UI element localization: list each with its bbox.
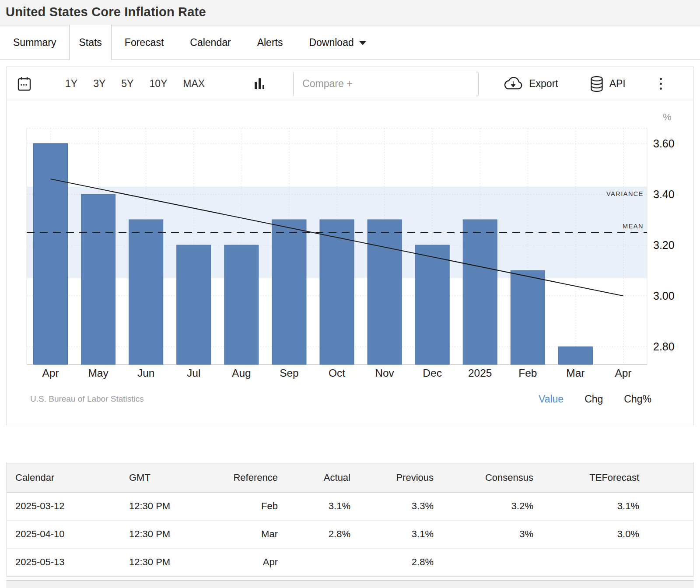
cell-teforecast: 3.1%	[542, 492, 693, 520]
x-tick-label: Nov	[375, 367, 394, 379]
core-inflation-bar-chart: VARIANCEMEAN2.803.003.203.403.60%AprMayJ…	[7, 67, 693, 425]
range-10y[interactable]: 10Y	[149, 78, 167, 90]
tab-download[interactable]: Download	[296, 25, 379, 60]
x-tick-label: Apr	[615, 367, 631, 379]
bar-sep[interactable]	[272, 220, 306, 364]
tab-calendar[interactable]: Calendar	[177, 25, 244, 60]
cell-teforecast: 3.0%	[542, 520, 693, 548]
y-tick-label: 3.40	[653, 188, 675, 200]
bar-2025[interactable]	[463, 220, 497, 364]
cloud-download-icon	[503, 77, 523, 91]
col-header-teforecast: TEForecast	[542, 463, 693, 492]
range-selector: 1Y 3Y 5Y 10Y MAX	[65, 78, 220, 90]
page-title: United States Core Inflation Rate	[0, 0, 700, 24]
calendar-table-card: Calendar GMT Reference Actual Previous C…	[6, 463, 694, 577]
api-label: API	[609, 78, 626, 90]
col-header-actual: Actual	[287, 463, 359, 492]
cell-date: 2025-05-13	[7, 548, 120, 576]
cell-actual: 3.1%	[287, 492, 359, 520]
bar-dec[interactable]	[415, 245, 449, 364]
col-header-calendar: Calendar	[7, 463, 120, 492]
kebab-icon[interactable]	[658, 76, 664, 91]
cell-actual	[287, 548, 359, 576]
x-tick-label: 2025	[468, 367, 492, 379]
x-tick-label: Jun	[137, 367, 155, 379]
chart-toolbar: 1Y 3Y 5Y 10Y MAX Export	[7, 67, 693, 101]
bar-oct[interactable]	[320, 220, 354, 364]
x-tick-label: Dec	[423, 367, 442, 379]
y-tick-label: 3.00	[653, 290, 675, 302]
y-tick-label: 3.20	[653, 239, 675, 251]
api-button[interactable]: API	[590, 76, 626, 92]
col-header-reference: Reference	[221, 463, 287, 492]
x-tick-label: Jul	[187, 367, 200, 379]
mean-label: MEAN	[623, 223, 644, 230]
table-header-row: Calendar GMT Reference Actual Previous C…	[7, 463, 693, 492]
cell-gmt: 12:30 PM	[120, 520, 221, 548]
cell-consensus: 3%	[442, 520, 542, 548]
x-tick-label: Mar	[566, 367, 584, 379]
series-link-value[interactable]: Value	[539, 393, 564, 405]
bar-nov[interactable]	[368, 220, 402, 364]
cell-consensus	[442, 548, 542, 576]
x-tick-label: Aug	[232, 367, 251, 379]
tab-bar: Summary Stats Forecast Calendar Alerts D…	[0, 25, 700, 60]
cell-date: 2025-04-10	[7, 520, 120, 548]
export-label: Export	[529, 78, 558, 90]
x-tick-label: Apr	[42, 367, 59, 379]
x-tick-label: Feb	[518, 367, 537, 379]
bar-jun[interactable]	[129, 220, 163, 364]
series-links: Value Chg Chg%	[539, 393, 651, 405]
cell-previous: 3.3%	[359, 492, 442, 520]
cell-reference: Mar	[221, 520, 287, 548]
tab-forecast[interactable]: Forecast	[112, 25, 177, 60]
x-tick-label: Oct	[329, 367, 345, 379]
cell-previous: 3.1%	[359, 520, 442, 548]
cell-gmt: 12:30 PM	[120, 492, 221, 520]
x-tick-label: May	[88, 367, 108, 379]
cell-teforecast	[542, 548, 693, 576]
range-3y[interactable]: 3Y	[93, 78, 105, 90]
compare-input[interactable]	[293, 72, 479, 96]
table-row[interactable]: 2025-05-13 12:30 PM Apr 2.8%	[7, 548, 693, 576]
y-tick-label: 3.60	[653, 137, 675, 150]
calendar-table: Calendar GMT Reference Actual Previous C…	[7, 463, 693, 576]
cell-reference: Feb	[221, 492, 287, 520]
bar-may[interactable]	[81, 194, 116, 364]
cell-date: 2025-03-12	[7, 492, 120, 520]
bar-mar[interactable]	[558, 346, 592, 364]
series-link-chg[interactable]: Chg	[584, 393, 603, 405]
table-row[interactable]: 2025-03-12 12:30 PM Feb 3.1% 3.3% 3.2% 3…	[7, 492, 693, 520]
col-header-gmt: GMT	[120, 463, 221, 492]
tab-summary[interactable]: Summary	[0, 25, 69, 60]
chevron-down-icon	[359, 41, 366, 45]
series-link-chgpct[interactable]: Chg%	[624, 393, 651, 405]
x-tick-label: Sep	[280, 367, 299, 379]
cell-gmt: 12:30 PM	[120, 548, 221, 576]
table-row[interactable]: 2025-04-10 12:30 PM Mar 2.8% 3.1% 3% 3.0…	[7, 520, 693, 548]
cell-consensus: 3.2%	[442, 492, 542, 520]
database-icon	[590, 76, 604, 92]
page-header: United States Core Inflation Rate	[0, 0, 700, 25]
bar-aug[interactable]	[224, 245, 259, 364]
tab-stats[interactable]: Stats	[69, 25, 111, 60]
tab-alerts[interactable]: Alerts	[244, 25, 296, 60]
col-header-previous: Previous	[359, 463, 442, 492]
cell-actual: 2.8%	[287, 520, 359, 548]
col-header-consensus: Consensus	[442, 463, 542, 492]
bar-apr[interactable]	[34, 144, 68, 364]
column-chart-icon[interactable]	[254, 77, 266, 91]
range-1y[interactable]: 1Y	[65, 78, 77, 90]
bar-jul[interactable]	[177, 245, 211, 364]
cell-previous: 2.8%	[359, 548, 442, 576]
export-button[interactable]: Export	[503, 77, 558, 91]
variance-label: VARIANCE	[606, 190, 644, 197]
y-tick-label: 2.80	[653, 340, 675, 353]
calendar-icon[interactable]	[17, 76, 32, 92]
tab-download-label: Download	[309, 37, 354, 48]
chart-card: 1Y 3Y 5Y 10Y MAX Export	[6, 66, 694, 425]
range-max[interactable]: MAX	[183, 78, 205, 90]
bar-feb[interactable]	[511, 270, 545, 364]
y-axis-unit: %	[663, 112, 672, 122]
range-5y[interactable]: 5Y	[121, 78, 133, 90]
